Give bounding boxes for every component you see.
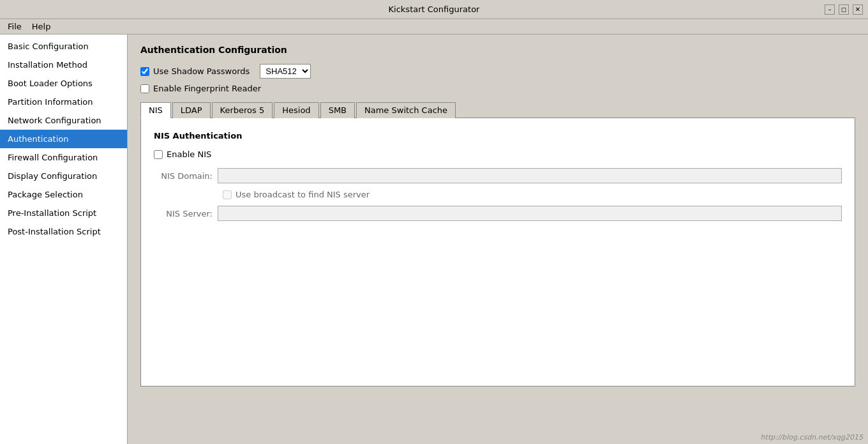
- tab-smb[interactable]: SMB: [320, 102, 355, 118]
- shadow-passwords-label[interactable]: Use Shadow Passwords: [140, 66, 250, 76]
- tab-name-switch-cache[interactable]: Name Switch Cache: [356, 102, 456, 118]
- nis-domain-field: NIS Domain:: [154, 168, 842, 183]
- nis-domain-label: NIS Domain:: [154, 171, 218, 181]
- sidebar-item-display-configuration[interactable]: Display Configuration: [0, 167, 127, 185]
- nis-domain-input[interactable]: [218, 168, 842, 183]
- title-bar: Kickstart Configurator – ◻ ✕: [0, 0, 868, 19]
- nis-server-input[interactable]: [218, 206, 842, 221]
- tab-bar: NIS LDAP Kerberos 5 Hesiod SMB Name Swit…: [140, 102, 855, 118]
- enable-nis-row: Enable NIS: [154, 149, 842, 159]
- sidebar-item-post-install-script[interactable]: Post-Installation Script: [0, 222, 127, 241]
- sha-select[interactable]: SHA512 SHA256 MD5 DES: [260, 64, 311, 79]
- enable-nis-label[interactable]: Enable NIS: [167, 149, 211, 159]
- menu-bar: File Help: [0, 19, 868, 34]
- sidebar-item-pre-install-script[interactable]: Pre-Installation Script: [0, 204, 127, 222]
- tab-hesiod[interactable]: Hesiod: [274, 102, 318, 118]
- sidebar-item-authentication[interactable]: Authentication: [0, 130, 127, 148]
- nis-broadcast-row: Use broadcast to find NIS server: [154, 190, 842, 199]
- section-title: Authentication Configuration: [140, 45, 855, 55]
- nis-server-label: NIS Server:: [154, 209, 218, 218]
- maximize-button[interactable]: ◻: [839, 4, 849, 15]
- sidebar-item-basic-config[interactable]: Basic Configuration: [0, 37, 127, 56]
- tab-nis[interactable]: NIS: [140, 102, 171, 118]
- close-button[interactable]: ✕: [853, 4, 863, 15]
- fingerprint-row: Enable Fingerprint Reader: [140, 84, 855, 93]
- sidebar: Basic Configuration Installation Method …: [0, 34, 128, 444]
- window-title: Kickstart Configurator: [43, 4, 825, 14]
- window-controls: – ◻ ✕: [825, 4, 863, 15]
- menu-file[interactable]: File: [3, 20, 27, 33]
- shadow-passwords-row: Use Shadow Passwords SHA512 SHA256 MD5 D…: [140, 64, 855, 79]
- sidebar-item-network-configuration[interactable]: Network Configuration: [0, 111, 127, 130]
- menu-help[interactable]: Help: [27, 20, 56, 33]
- enable-nis-checkbox[interactable]: [154, 150, 163, 159]
- app-body: Basic Configuration Installation Method …: [0, 34, 868, 444]
- sidebar-item-partition-information[interactable]: Partition Information: [0, 93, 127, 111]
- main-panel: Authentication Configuration Use Shadow …: [128, 34, 868, 444]
- tab-kerberos5[interactable]: Kerberos 5: [212, 102, 273, 118]
- fingerprint-checkbox[interactable]: [140, 84, 149, 93]
- nis-tab-content: NIS Authentication Enable NIS NIS Domain…: [140, 118, 855, 387]
- sidebar-item-firewall-configuration[interactable]: Firewall Configuration: [0, 148, 127, 167]
- tab-ldap[interactable]: LDAP: [172, 102, 211, 118]
- nis-broadcast-label: Use broadcast to find NIS server: [236, 190, 370, 199]
- shadow-passwords-checkbox[interactable]: [140, 67, 149, 76]
- nis-server-field: NIS Server:: [154, 206, 842, 221]
- sidebar-item-package-selection[interactable]: Package Selection: [0, 185, 127, 204]
- fingerprint-label[interactable]: Enable Fingerprint Reader: [153, 84, 261, 93]
- nis-broadcast-checkbox[interactable]: [223, 190, 232, 199]
- minimize-button[interactable]: –: [825, 4, 835, 15]
- auth-tabs-container: NIS LDAP Kerberos 5 Hesiod SMB Name Swit…: [140, 102, 855, 387]
- watermark: http://blog.csdn.net/xqg2015: [761, 433, 863, 441]
- sidebar-item-installation-method[interactable]: Installation Method: [0, 56, 127, 74]
- sidebar-item-boot-loader-options[interactable]: Boot Loader Options: [0, 74, 127, 93]
- nis-section-title: NIS Authentication: [154, 131, 842, 141]
